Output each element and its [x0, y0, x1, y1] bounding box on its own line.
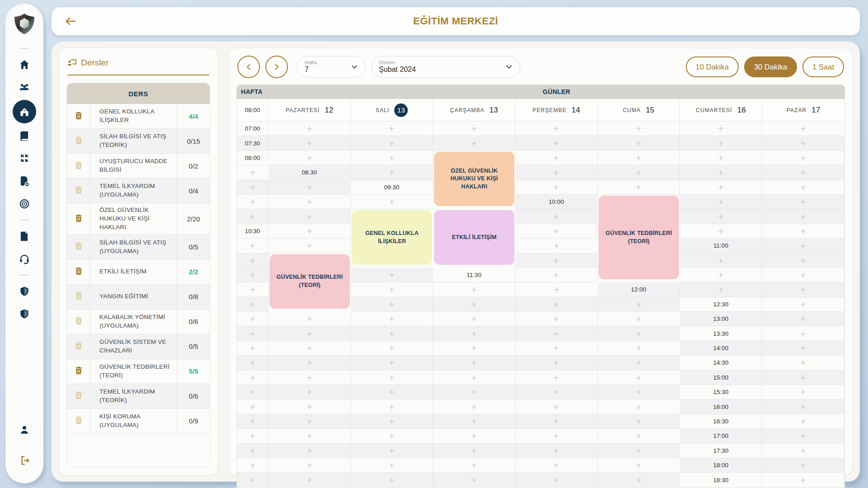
schedule-slot[interactable]: + — [598, 165, 680, 180]
sidebar-item-support[interactable] — [14, 249, 34, 269]
course-row[interactable]: GÜVENLİK TEDBİRLERİ (TEORİ)5/5 — [67, 359, 210, 384]
term-select[interactable]: Dönem Şubat 2024 — [371, 56, 520, 78]
trash-icon[interactable] — [74, 185, 83, 197]
schedule-slot[interactable]: + — [598, 122, 680, 136]
schedule-slot[interactable]: + — [237, 312, 269, 326]
day-header-cell[interactable]: CUMA15 — [598, 99, 680, 121]
schedule-slot[interactable]: + — [269, 414, 351, 429]
schedule-slot[interactable]: + — [762, 209, 844, 224]
schedule-slot[interactable]: + — [598, 356, 680, 370]
schedule-slot[interactable]: + — [433, 473, 515, 487]
schedule-slot[interactable]: + — [351, 385, 433, 399]
schedule-slot[interactable]: + — [762, 458, 844, 473]
schedule-slot[interactable]: + — [237, 458, 269, 473]
schedule-slot[interactable]: + — [762, 151, 844, 165]
schedule-slot[interactable]: + — [433, 371, 515, 385]
course-row[interactable]: KALABALIK YÖNETİMİ (UYGULAMA)0/6 — [67, 310, 210, 334]
day-header-cell[interactable]: SALI13 — [351, 99, 433, 121]
schedule-slot[interactable]: + — [515, 326, 598, 341]
schedule-slot[interactable]: + — [269, 180, 351, 195]
duration-10min-button[interactable]: 10 Dakika — [686, 56, 739, 77]
schedule-slot[interactable]: + — [433, 414, 515, 429]
schedule-slot[interactable]: + — [237, 371, 269, 385]
course-row[interactable]: KİŞİ KORUMA (UYGULAMA)0/9 — [67, 409, 210, 434]
course-row[interactable]: YANGIN EĞİTİMİ0/8 — [67, 285, 210, 310]
trash-icon[interactable] — [74, 213, 83, 225]
schedule-slot[interactable]: + — [237, 253, 269, 268]
schedule-slot[interactable]: + — [433, 136, 515, 150]
sidebar-item-target[interactable] — [14, 194, 34, 214]
schedule-slot[interactable]: + — [515, 444, 598, 458]
schedule-slot[interactable]: + — [762, 122, 844, 136]
schedule-slot[interactable]: + — [237, 239, 269, 253]
schedule-slot[interactable]: + — [598, 326, 680, 341]
schedule-slot[interactable]: + — [433, 326, 515, 341]
schedule-slot[interactable]: + — [762, 282, 844, 297]
sidebar-item-logout[interactable] — [14, 450, 34, 470]
schedule-slot[interactable]: + — [680, 180, 762, 195]
schedule-slot[interactable]: + — [515, 268, 598, 282]
schedule-slot[interactable]: + — [515, 180, 598, 195]
sidebar-item-courses[interactable] — [14, 126, 34, 146]
schedule-slot[interactable]: + — [598, 136, 680, 150]
trash-icon[interactable] — [74, 316, 83, 327]
schedule-slot[interactable]: + — [433, 429, 515, 443]
schedule-slot[interactable]: + — [269, 122, 351, 136]
course-row[interactable]: GENEL KOLLUKLA İLİŞKİLER4/4 — [67, 104, 210, 129]
schedule-slot[interactable]: + — [762, 429, 844, 443]
schedule-slot[interactable]: + — [269, 356, 351, 370]
course-row[interactable]: SİLAH BİLGİSİ VE ATIŞ (TEORİK)0/15 — [67, 129, 210, 154]
schedule-slot[interactable]: + — [351, 326, 433, 341]
schedule-slot[interactable]: + — [680, 151, 762, 165]
schedule-slot[interactable]: + — [515, 371, 598, 385]
schedule-slot[interactable]: + — [237, 356, 269, 370]
schedule-slot[interactable]: + — [351, 458, 433, 473]
schedule-slot[interactable]: + — [762, 180, 844, 195]
schedule-slot[interactable]: + — [515, 297, 598, 312]
schedule-slot[interactable]: + — [269, 312, 351, 326]
schedule-slot[interactable]: + — [680, 209, 762, 224]
schedule-slot[interactable]: + — [515, 165, 598, 180]
trash-icon[interactable] — [74, 241, 83, 253]
course-row[interactable]: SİLAH BİLGİSİ VE ATIŞ (UYGULAMA)0/5 — [67, 235, 210, 260]
schedule-slot[interactable]: + — [598, 444, 680, 458]
schedule-slot[interactable]: + — [515, 473, 598, 487]
schedule-slot[interactable]: + — [351, 414, 433, 429]
schedule-slot[interactable]: + — [237, 180, 269, 195]
schedule-slot[interactable]: + — [762, 297, 844, 312]
schedule-slot[interactable]: + — [237, 326, 269, 341]
schedule-slot[interactable]: + — [269, 341, 351, 356]
schedule-slot[interactable]: + — [433, 341, 515, 356]
schedule-slot[interactable]: + — [762, 341, 844, 356]
schedule-slot[interactable]: + — [762, 371, 844, 385]
schedule-slot[interactable]: + — [433, 122, 515, 136]
schedule-event[interactable]: GÜVENLİK TEDBİRLERİ (TEORİ) — [599, 196, 679, 279]
schedule-slot[interactable]: + — [269, 224, 351, 239]
schedule-slot[interactable]: + — [598, 312, 680, 326]
week-select[interactable]: Hafta 7 — [297, 56, 366, 78]
sidebar-item-security-2[interactable] — [14, 304, 34, 324]
schedule-slot[interactable]: + — [351, 136, 433, 150]
schedule-slot[interactable]: + — [351, 341, 433, 356]
sidebar-item-reports[interactable] — [14, 226, 34, 246]
schedule-slot[interactable]: + — [269, 239, 351, 253]
schedule-slot[interactable]: + — [762, 165, 844, 180]
schedule-slot[interactable]: + — [598, 151, 680, 165]
trash-icon[interactable] — [74, 111, 83, 122]
schedule-slot[interactable]: + — [515, 356, 598, 370]
trash-icon[interactable] — [74, 415, 83, 427]
sidebar-item-security-1[interactable] — [14, 282, 34, 301]
sidebar-item-profile[interactable] — [14, 420, 34, 440]
schedule-slot[interactable]: + — [762, 385, 844, 399]
schedule-slot[interactable]: + — [515, 253, 598, 268]
schedule-slot[interactable]: + — [433, 444, 515, 458]
schedule-slot[interactable]: + — [598, 473, 680, 487]
schedule-slot[interactable]: + — [515, 122, 598, 136]
schedule-slot[interactable]: + — [762, 224, 844, 239]
duration-1hour-button[interactable]: 1 Saat — [802, 56, 844, 77]
schedule-slot[interactable]: + — [680, 122, 762, 136]
trash-icon[interactable] — [74, 266, 83, 277]
sidebar-item-add-document[interactable] — [14, 171, 34, 191]
schedule-slot[interactable]: + — [351, 399, 433, 414]
schedule-slot[interactable]: + — [762, 444, 844, 458]
